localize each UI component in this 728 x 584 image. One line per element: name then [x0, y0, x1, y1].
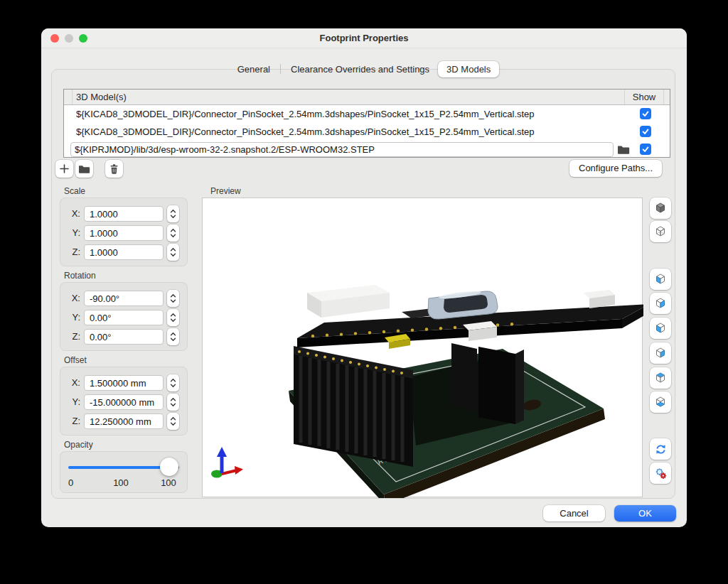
scale-x-label: X:: [60, 206, 80, 222]
offset-y-stepper[interactable]: [167, 394, 179, 411]
offset-group-label: Offset: [64, 355, 87, 365]
view-bottom-button[interactable]: [650, 391, 671, 413]
view-back-cube-icon: [653, 346, 668, 360]
header-corner: [664, 90, 670, 104]
stepper-up-icon: [169, 397, 177, 401]
configure-paths-button[interactable]: Configure Paths...: [569, 160, 662, 177]
rotation-x-label: X:: [60, 291, 80, 306]
scale-z-input[interactable]: [84, 244, 164, 260]
rotation-z-stepper[interactable]: [167, 328, 179, 345]
scale-z-stepper[interactable]: [167, 244, 179, 261]
view-right-button[interactable]: [650, 293, 671, 314]
tab-general[interactable]: General: [229, 61, 279, 77]
offset-x-input[interactable]: [84, 375, 164, 391]
stepper-down-icon: [169, 337, 177, 342]
delete-model-button[interactable]: [105, 160, 123, 178]
view-bottom-cube-icon: [653, 395, 668, 409]
model-path: ${KICAD8_3DMODEL_DIR}/Connector_PinSocke…: [76, 123, 606, 141]
rotation-y-label: Y:: [60, 310, 80, 325]
browse-model-button[interactable]: [75, 160, 93, 178]
stepper-up-icon: [169, 209, 177, 213]
show-checkbox[interactable]: [640, 126, 651, 137]
3d-model-render: REF**: [203, 198, 643, 498]
tab-separator: [280, 64, 281, 74]
stepper-up-icon: [169, 313, 177, 317]
check-icon: [641, 127, 650, 136]
opacity-slider-thumb[interactable]: [160, 458, 178, 476]
table-row[interactable]: ${KICAD8_3DMODEL_DIR}/Connector_PinSocke…: [64, 123, 670, 141]
preview-label: Preview: [210, 186, 241, 196]
cancel-button[interactable]: Cancel: [543, 505, 605, 521]
show-checkbox[interactable]: [640, 108, 651, 119]
stepper-up-icon: [169, 416, 177, 421]
rotation-group: X: Y: Z:: [60, 282, 188, 351]
rotation-group-label: Rotation: [64, 271, 96, 281]
scale-y-label: Y:: [60, 225, 80, 241]
refresh-icon: [654, 443, 668, 456]
tab-clearance-overrides[interactable]: Clearance Overrides and Settings: [282, 61, 438, 77]
rotation-y-input[interactable]: [84, 310, 164, 325]
footprint-properties-dialog: Footprint Properties General Clearance O…: [41, 28, 687, 527]
check-icon: [641, 145, 650, 153]
opacity-group-label: Opacity: [64, 440, 93, 450]
scale-x-stepper[interactable]: [167, 205, 179, 222]
check-icon: [641, 109, 650, 118]
view-front-button[interactable]: [650, 318, 671, 339]
model-table-header: 3D Model(s) Show: [64, 90, 670, 105]
view-top-cube-icon: [653, 371, 668, 385]
stepper-down-icon: [169, 384, 177, 388]
row-handle-column: [64, 90, 73, 104]
stepper-down-icon: [169, 403, 177, 407]
wireframe-cube-button[interactable]: [650, 221, 671, 242]
show-board-body-button[interactable]: [650, 198, 671, 219]
view-left-button[interactable]: [650, 269, 671, 290]
stepper-down-icon: [169, 215, 177, 219]
render-options-button[interactable]: [650, 463, 671, 484]
scale-group-label: Scale: [64, 186, 85, 196]
offset-z-input[interactable]: [84, 413, 164, 429]
opacity-mid-label: 100: [110, 477, 132, 488]
view-top-button[interactable]: [650, 367, 671, 389]
scale-z-label: Z:: [60, 244, 80, 260]
preview-viewport[interactable]: REF**: [202, 198, 643, 497]
rotation-y-stepper[interactable]: [167, 309, 179, 326]
show-checkbox[interactable]: [640, 144, 651, 155]
axis-gizmo-icon: [211, 447, 243, 478]
window-title: Footprint Properties: [41, 28, 687, 48]
table-row-editing[interactable]: [64, 141, 670, 158]
table-row[interactable]: ${KICAD8_3DMODEL_DIR}/Connector_PinSocke…: [64, 105, 670, 123]
scale-x-input[interactable]: [84, 206, 164, 222]
offset-y-input[interactable]: [84, 394, 164, 410]
ok-button[interactable]: OK: [614, 505, 676, 521]
stepper-down-icon: [169, 253, 177, 257]
titlebar: Footprint Properties: [41, 28, 687, 48]
stepper-down-icon: [169, 318, 177, 323]
scale-y-stepper[interactable]: [167, 225, 179, 242]
model-path-input[interactable]: [70, 142, 614, 157]
tab-bar: General Clearance Overrides and Settings…: [41, 60, 687, 78]
add-model-button[interactable]: [55, 160, 73, 178]
model-path: ${KICAD8_3DMODEL_DIR}/Connector_PinSocke…: [76, 105, 606, 123]
rotation-z-input[interactable]: [84, 329, 164, 345]
opacity-min-label: 0: [68, 477, 73, 488]
view-right-cube-icon: [653, 296, 668, 310]
stepper-down-icon: [169, 234, 177, 238]
view-left-cube-icon: [653, 272, 668, 286]
stepper-up-icon: [169, 332, 177, 336]
view-back-button[interactable]: [650, 342, 671, 364]
rotation-x-input[interactable]: [84, 291, 164, 306]
3d-models-panel: 3D Model(s) Show ${KICAD8_3DMODEL_DIR}/C…: [51, 69, 675, 499]
scale-group: X: Y: Z:: [60, 198, 188, 266]
rotation-x-stepper[interactable]: [167, 290, 179, 307]
model-table: 3D Model(s) Show ${KICAD8_3DMODEL_DIR}/C…: [63, 89, 670, 158]
trash-icon: [109, 163, 119, 175]
rotation-z-label: Z:: [60, 329, 80, 345]
offset-y-label: Y:: [60, 394, 80, 410]
column-header-show: Show: [624, 90, 664, 104]
tab-3d-models[interactable]: 3D Models: [438, 61, 499, 77]
browse-folder-icon[interactable]: [617, 144, 630, 155]
scale-y-input[interactable]: [84, 225, 164, 241]
offset-x-stepper[interactable]: [167, 374, 179, 391]
offset-z-stepper[interactable]: [167, 413, 179, 430]
reload-view-button[interactable]: [650, 438, 671, 460]
